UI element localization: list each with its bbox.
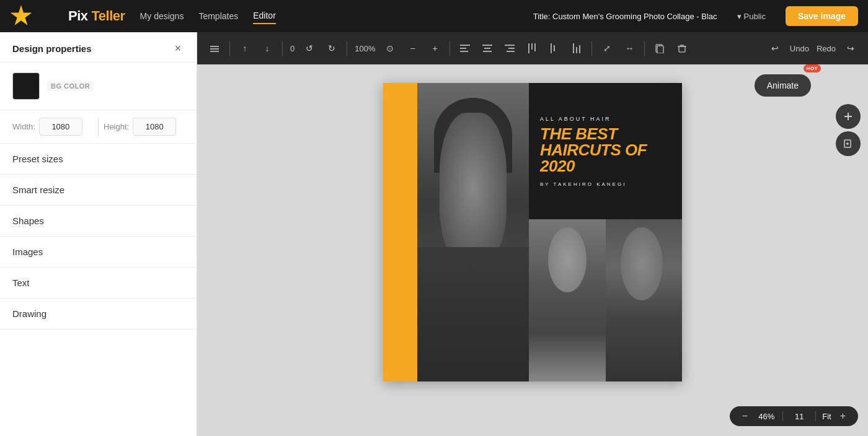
- bottom-photos: [529, 219, 682, 381]
- width-field: Width:: [12, 118, 93, 136]
- add-element-button[interactable]: [836, 104, 861, 129]
- svg-rect-2: [210, 51, 219, 52]
- svg-rect-12: [528, 43, 529, 53]
- zoom-out-button[interactable]: −: [740, 411, 750, 421]
- bg-color-section: BG COLOR: [0, 63, 197, 110]
- svg-rect-7: [484, 48, 490, 49]
- height-label: Height:: [104, 122, 129, 131]
- undo-button[interactable]: ↩: [765, 38, 785, 58]
- sidebar: Design properties × BG COLOR Width: Heig…: [0, 32, 197, 436]
- photo-body-sim: [417, 247, 529, 381]
- align-center-button[interactable]: [477, 38, 497, 58]
- top-nav: PixTeller My designs Templates Editor Ti…: [0, 0, 868, 32]
- logo-pix-text: Pix: [68, 8, 88, 24]
- sidebar-title: Design properties: [12, 43, 92, 54]
- sidebar-item-images[interactable]: Images: [0, 237, 197, 268]
- align-left-button[interactable]: [455, 38, 475, 58]
- toolbar-divider-5: [591, 41, 592, 56]
- svg-rect-18: [576, 47, 577, 53]
- svg-rect-5: [460, 51, 468, 52]
- nav-editor[interactable]: Editor: [253, 8, 276, 24]
- canvas-area: Animate HOT: [197, 64, 868, 436]
- chevron-down-icon: ▾: [737, 12, 742, 21]
- sidebar-item-shapes[interactable]: Shapes: [0, 206, 197, 237]
- design-canvas: ALL ABOUT HAIR THE BEST HAIRCUTS OF 2020…: [383, 83, 682, 381]
- flip-button[interactable]: ↔: [619, 38, 639, 58]
- move-up-button[interactable]: ↑: [235, 38, 255, 58]
- zoom-fit-button[interactable]: Fit: [822, 412, 831, 421]
- nav-my-designs[interactable]: My designs: [140, 9, 184, 24]
- photo-small-right[interactable]: [606, 219, 683, 381]
- svg-rect-21: [657, 46, 663, 53]
- toolbar-divider-4: [450, 41, 450, 56]
- sidebar-item-text[interactable]: Text: [0, 268, 197, 299]
- nav-templates[interactable]: Templates: [198, 9, 238, 24]
- svg-rect-4: [460, 48, 466, 49]
- document-title-area: Title: Custom Men's Grooming Photo Colla…: [533, 12, 717, 21]
- bg-color-swatch[interactable]: [12, 72, 40, 100]
- align-right-button[interactable]: [500, 38, 520, 58]
- undo-label: Undo: [787, 44, 812, 53]
- editor-right-area: ↑ ↓ 0 ↺ ↻ 100% ⊙ − +: [197, 32, 868, 436]
- save-image-button[interactable]: Save image: [786, 6, 858, 26]
- toolbar-divider-2: [282, 41, 283, 56]
- title-prefix: Title:: [533, 12, 551, 21]
- close-sidebar-button[interactable]: ×: [172, 42, 184, 54]
- logo-star-icon: [10, 5, 32, 27]
- zoom-minus-button[interactable]: −: [402, 38, 422, 58]
- rotate-right-button[interactable]: ↻: [322, 38, 342, 58]
- animate-button[interactable]: Animate: [755, 74, 811, 97]
- toolbar-divider-6: [644, 41, 645, 56]
- delete-button[interactable]: [672, 38, 692, 58]
- zoom-in-button[interactable]: +: [838, 411, 848, 421]
- svg-rect-13: [531, 43, 533, 50]
- photo-small-right-visual: [606, 219, 683, 381]
- height-input[interactable]: [133, 118, 176, 136]
- logo[interactable]: PixTeller: [10, 5, 125, 27]
- svg-rect-22: [679, 46, 685, 52]
- width-input[interactable]: [39, 118, 82, 136]
- photo-face-sim: [440, 113, 507, 262]
- copy-icon: [655, 43, 665, 53]
- main-portrait-photo[interactable]: [417, 83, 529, 381]
- visibility-label: Public: [744, 12, 766, 21]
- svg-rect-6: [482, 45, 492, 46]
- add-page-icon: [843, 139, 853, 149]
- height-field: Height:: [104, 118, 184, 136]
- add-icon: [843, 111, 853, 121]
- copy-button[interactable]: [650, 38, 670, 58]
- sidebar-item-preset-sizes[interactable]: Preset sizes: [0, 144, 197, 175]
- svg-rect-15: [551, 43, 552, 53]
- width-label: Width:: [12, 122, 35, 131]
- right-float-buttons: [836, 104, 861, 156]
- bg-color-label: BG COLOR: [47, 81, 94, 91]
- opacity-icon[interactable]: ⊙: [380, 38, 400, 58]
- align-bottom-button[interactable]: [567, 38, 587, 58]
- toolbar-divider-1: [229, 41, 230, 56]
- svg-rect-9: [505, 45, 515, 46]
- sidebar-item-smart-resize[interactable]: Smart resize: [0, 175, 197, 206]
- photo-small-left[interactable]: [529, 219, 606, 381]
- trash-icon: [677, 43, 687, 53]
- rotate-left-button[interactable]: ↺: [299, 38, 319, 58]
- svg-rect-8: [483, 51, 492, 52]
- zoom-pages: 11: [789, 412, 809, 421]
- align-middle-button[interactable]: [544, 38, 564, 58]
- main-area: Design properties × BG COLOR Width: Heig…: [0, 32, 868, 436]
- move-down-button[interactable]: ↓: [257, 38, 277, 58]
- layers-button[interactable]: [205, 38, 224, 58]
- photo-small-left-visual: [529, 219, 606, 381]
- align-top-button[interactable]: [522, 38, 542, 58]
- add-page-button[interactable]: [836, 131, 861, 156]
- visibility-button[interactable]: ▾ Public: [732, 9, 771, 24]
- resize-button[interactable]: ⤢: [597, 38, 617, 58]
- toolbar-divider-3: [347, 41, 347, 56]
- sidebar-item-drawing[interactable]: Drawing: [0, 299, 197, 329]
- collage-subtitle: ALL ABOUT HAIR: [540, 116, 671, 122]
- redo-button[interactable]: ↪: [841, 38, 861, 58]
- zoom-percentage: 46%: [756, 412, 776, 421]
- redo-label: Redo: [814, 44, 838, 53]
- small-face-2: [621, 227, 663, 300]
- bg-color-row: BG COLOR: [12, 72, 184, 100]
- zoom-plus-button[interactable]: +: [425, 38, 445, 58]
